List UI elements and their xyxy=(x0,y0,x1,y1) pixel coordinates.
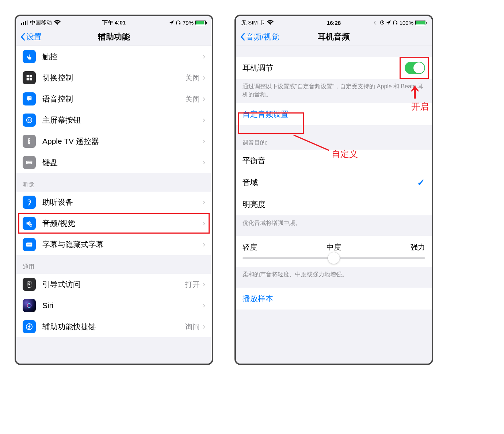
location-icon xyxy=(169,20,174,26)
cell-label: Siri xyxy=(42,301,203,310)
svg-rect-0 xyxy=(21,23,22,25)
slider-thumb[interactable] xyxy=(328,252,340,264)
nav-title: 辅助功能 xyxy=(98,31,130,42)
chevron-right-icon: › xyxy=(203,219,205,228)
remote-icon xyxy=(23,135,36,148)
svg-rect-19 xyxy=(27,161,28,162)
cell-keyboard[interactable]: 键盘 › xyxy=(16,152,212,173)
cell-play-sample[interactable]: 播放样本 xyxy=(236,288,432,310)
cell-subtitles[interactable]: 字幕与隐藏式字幕 › xyxy=(16,234,212,255)
chevron-right-icon: › xyxy=(203,197,205,207)
status-time: 下午 4:01 xyxy=(102,19,126,26)
cell-apple-tv-remote[interactable]: Apple TV 遥控器 › xyxy=(16,131,212,152)
svg-rect-23 xyxy=(31,161,32,162)
cell-value: 打开 xyxy=(185,280,200,289)
slider-label-mid: 中度 xyxy=(327,242,341,252)
cell-switch-control[interactable]: 切换控制 关闭 › xyxy=(16,67,212,88)
cell-label: 主屏幕按钮 xyxy=(42,115,203,125)
signal-bars-icon xyxy=(21,20,28,26)
chevron-right-icon: › xyxy=(203,115,205,125)
svg-point-16 xyxy=(29,139,30,140)
cell-label: 平衡音 xyxy=(243,155,425,166)
cell-label: 字幕与隐藏式字幕 xyxy=(42,239,203,250)
hearing-icon xyxy=(23,196,36,209)
chevron-right-icon: › xyxy=(203,73,205,82)
slider-strength[interactable]: 轻度 中度 强力 xyxy=(236,236,432,267)
section-header-general: 通用 xyxy=(16,255,212,274)
cell-hearing-devices[interactable]: 助听设备 › xyxy=(16,192,212,213)
cell-custom-audio-setup[interactable]: 自定音频设置 xyxy=(236,103,432,125)
chevron-right-icon: › xyxy=(203,158,205,167)
svg-rect-38 xyxy=(396,23,397,24)
footer-slider-desc: 柔和的声音将轻度、中度或强力地增强。 xyxy=(236,267,432,284)
svg-rect-20 xyxy=(28,161,28,162)
audio-visual-icon xyxy=(23,217,36,230)
svg-rect-8 xyxy=(27,78,29,80)
chevron-left-icon xyxy=(240,33,245,41)
cell-label: 引导式访问 xyxy=(42,279,185,289)
moon-icon xyxy=(374,20,378,26)
chevron-right-icon: › xyxy=(203,94,205,104)
headphones-icon xyxy=(176,20,181,26)
svg-point-10 xyxy=(27,97,28,98)
cell-guided-access[interactable]: 引导式访问 打开 › xyxy=(16,274,212,295)
svg-rect-22 xyxy=(30,161,31,162)
chevron-right-icon: › xyxy=(203,52,205,61)
cell-label: Apple TV 遥控器 xyxy=(42,136,203,146)
slider-track[interactable] xyxy=(243,257,425,259)
cell-siri[interactable]: Siri › xyxy=(16,295,212,316)
section-header-tune: 调音目的: xyxy=(236,125,432,150)
siri-icon xyxy=(23,299,36,312)
chevron-right-icon: › xyxy=(203,137,205,146)
cell-label: 触控 xyxy=(42,51,203,62)
cell-brightness[interactable]: 明亮度 xyxy=(236,193,432,215)
cell-balanced-tone[interactable]: 平衡音 xyxy=(236,150,432,172)
svg-rect-29 xyxy=(29,245,31,245)
headphones-icon xyxy=(393,20,398,26)
status-bar: 中国移动 下午 4:01 79% xyxy=(16,16,212,28)
toggle-headphone-adjust[interactable] xyxy=(405,62,425,74)
svg-rect-36 xyxy=(382,22,383,23)
carrier-name: 无 SIM 卡 xyxy=(241,19,265,26)
svg-rect-37 xyxy=(393,23,394,24)
battery-percentage: 79% xyxy=(183,20,194,26)
cell-value: 关闭 xyxy=(185,94,200,104)
cell-voice-control[interactable]: 语音控制 关闭 › xyxy=(16,88,212,110)
checkmark-icon: ✓ xyxy=(417,177,425,188)
nav-back-button[interactable]: 设置 xyxy=(20,32,42,42)
svg-rect-4 xyxy=(176,23,177,24)
cell-touch[interactable]: 触控 › xyxy=(16,46,212,67)
guided-access-icon xyxy=(23,278,36,291)
status-time: 16:28 xyxy=(327,20,341,26)
slider-label-high: 强力 xyxy=(411,242,425,252)
switch-control-icon xyxy=(23,71,36,84)
cell-audio-visual[interactable]: 音频/视觉 › xyxy=(16,213,212,234)
nav-back-button[interactable]: 音频/视觉 xyxy=(240,32,279,42)
cell-label: 音域 xyxy=(243,177,417,188)
svg-point-12 xyxy=(30,97,31,98)
nav-bar: 设置 辅助功能 xyxy=(16,28,212,46)
scroll-content[interactable]: 触控 › 切换控制 关闭 › 语音控制 关闭 › 主屏幕按钮 › xyxy=(16,46,212,364)
cell-label: 耳机调节 xyxy=(243,63,405,73)
svg-rect-14 xyxy=(28,119,30,121)
cell-label: 音频/视觉 xyxy=(42,218,203,228)
svg-rect-7 xyxy=(30,75,32,77)
slider-label-low: 轻度 xyxy=(243,242,257,252)
svg-point-11 xyxy=(29,97,30,98)
shortcut-icon xyxy=(23,320,36,333)
orientation-lock-icon xyxy=(380,20,385,26)
scroll-content[interactable]: 耳机调节 通过调整以下设置或"自定音频设置"，自定受支持的 Apple 和 Be… xyxy=(236,46,432,364)
battery-icon xyxy=(195,20,207,25)
cell-vocal-range[interactable]: 音域 ✓ xyxy=(236,172,432,193)
cell-headphone-adjust[interactable]: 耳机调节 xyxy=(236,57,432,79)
cell-label: 切换控制 xyxy=(42,73,185,83)
phone-right-headphone-audio: 无 SIM 卡 16:28 100% 音频/视觉 耳机音频 耳机调节 xyxy=(234,15,433,365)
cell-accessibility-shortcut[interactable]: 辅助功能快捷键 询问 › xyxy=(16,316,212,337)
nav-bar: 音频/视觉 耳机音频 xyxy=(236,28,432,46)
chevron-right-icon: › xyxy=(203,280,205,289)
svg-rect-6 xyxy=(27,75,29,77)
cell-home-button[interactable]: 主屏幕按钮 › xyxy=(16,110,212,131)
nav-back-label: 设置 xyxy=(26,32,42,42)
svg-point-13 xyxy=(27,118,32,123)
svg-rect-3 xyxy=(27,20,28,25)
